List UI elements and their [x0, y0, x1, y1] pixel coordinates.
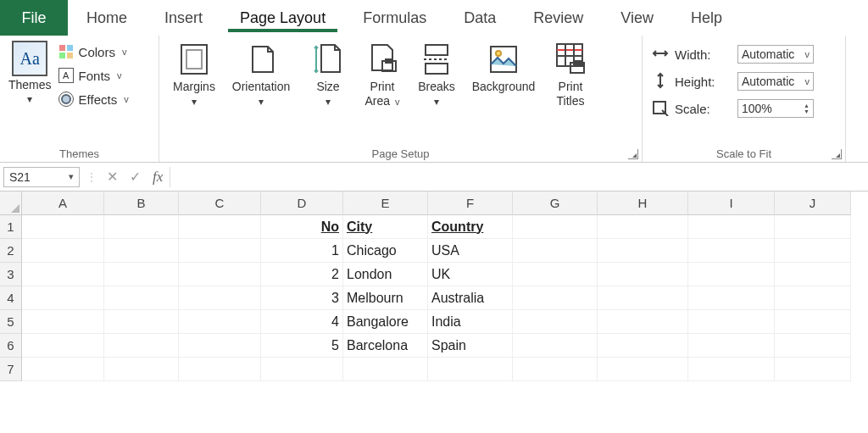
cell[interactable] [598, 239, 688, 263]
row-header[interactable]: 7 [0, 358, 22, 381]
col-header[interactable]: C [179, 192, 261, 215]
cell[interactable] [261, 358, 343, 381]
spinner-arrows-icon[interactable]: ▲▼ [804, 103, 810, 114]
scale-spinner[interactable]: 100% ▲▼ [737, 99, 814, 118]
cell[interactable]: 4 [261, 310, 343, 334]
cell[interactable] [775, 239, 851, 263]
tab-file[interactable]: File [0, 0, 68, 36]
row-header[interactable]: 5 [0, 310, 22, 334]
background-button[interactable]: Background [465, 41, 542, 108]
name-box[interactable]: S21 ▾ [3, 167, 80, 187]
cell[interactable] [179, 239, 261, 263]
col-header[interactable]: J [775, 192, 851, 215]
cell[interactable] [22, 215, 104, 239]
cell[interactable] [775, 286, 851, 310]
cell[interactable] [22, 286, 104, 310]
cell[interactable] [179, 358, 261, 381]
colors-button[interactable]: Colors v [58, 42, 129, 61]
orientation-button[interactable]: Orientation ▾ [222, 41, 300, 108]
row-header[interactable]: 6 [0, 334, 22, 358]
col-header[interactable]: G [513, 192, 598, 215]
cell[interactable] [513, 286, 598, 310]
tab-view[interactable]: View [602, 0, 672, 36]
cell[interactable]: Spain [428, 334, 513, 358]
cell[interactable] [22, 358, 104, 381]
cell[interactable] [513, 358, 598, 381]
col-header[interactable]: B [104, 192, 179, 215]
select-all-corner[interactable] [0, 192, 22, 215]
fonts-button[interactable]: A Fonts v [58, 66, 129, 85]
tab-help[interactable]: Help [672, 0, 741, 36]
cell[interactable]: Chicago [343, 239, 428, 263]
col-header[interactable]: H [598, 192, 688, 215]
cell[interactable] [688, 239, 775, 263]
cell[interactable] [104, 286, 179, 310]
cell[interactable] [179, 310, 261, 334]
cell[interactable] [179, 286, 261, 310]
formula-input[interactable] [170, 167, 868, 187]
row-header[interactable]: 3 [0, 263, 22, 286]
cell[interactable] [598, 334, 688, 358]
row-header[interactable]: 2 [0, 239, 22, 263]
col-header[interactable]: F [428, 192, 513, 215]
enter-icon[interactable]: ✓ [130, 169, 141, 185]
cell[interactable]: 3 [261, 286, 343, 310]
cell[interactable]: 1 [261, 239, 343, 263]
cell[interactable] [179, 215, 261, 239]
cell[interactable] [598, 286, 688, 310]
col-header[interactable]: A [22, 192, 104, 215]
cell[interactable]: UK [428, 263, 513, 286]
cell[interactable]: Country [428, 215, 513, 239]
cell[interactable]: Bangalore [343, 310, 428, 334]
cell[interactable] [598, 310, 688, 334]
cell[interactable]: London [343, 263, 428, 286]
cell[interactable] [179, 334, 261, 358]
cell[interactable] [22, 239, 104, 263]
cell[interactable] [775, 310, 851, 334]
width-dropdown[interactable]: Automaticv [737, 45, 814, 64]
cell[interactable] [598, 263, 688, 286]
cell[interactable] [513, 263, 598, 286]
cell[interactable] [775, 215, 851, 239]
cell[interactable] [104, 334, 179, 358]
cell[interactable] [104, 358, 179, 381]
cell[interactable]: City [343, 215, 428, 239]
cell[interactable] [513, 310, 598, 334]
cancel-icon[interactable]: ✕ [107, 169, 118, 185]
cell[interactable]: Melbourn [343, 286, 428, 310]
cell[interactable] [688, 286, 775, 310]
margins-button[interactable]: Margins ▾ [168, 41, 220, 108]
height-dropdown[interactable]: Automaticv [737, 72, 814, 91]
cell[interactable] [22, 334, 104, 358]
cell[interactable]: Australia [428, 286, 513, 310]
cell[interactable] [688, 310, 775, 334]
cell[interactable]: 5 [261, 334, 343, 358]
cell[interactable] [688, 358, 775, 381]
col-header[interactable]: D [261, 192, 343, 215]
cell[interactable] [343, 358, 428, 381]
cell[interactable] [513, 215, 598, 239]
row-header[interactable]: 4 [0, 286, 22, 310]
cell[interactable] [598, 358, 688, 381]
tab-data[interactable]: Data [445, 0, 515, 36]
col-header[interactable]: I [688, 192, 775, 215]
print-area-button[interactable]: PrintArea v [356, 41, 409, 108]
cell[interactable] [775, 358, 851, 381]
cell[interactable] [104, 239, 179, 263]
cell[interactable] [775, 263, 851, 286]
row-header[interactable]: 1 [0, 215, 22, 239]
cell[interactable] [688, 263, 775, 286]
size-button[interactable]: Size ▾ [302, 41, 354, 108]
tab-home[interactable]: Home [68, 0, 146, 36]
tab-insert[interactable]: Insert [146, 0, 221, 36]
tab-review[interactable]: Review [515, 0, 602, 36]
cell[interactable] [513, 334, 598, 358]
tab-formulas[interactable]: Formulas [344, 0, 445, 36]
cell[interactable] [513, 239, 598, 263]
tab-page-layout[interactable]: Page Layout [221, 0, 344, 36]
dialog-launcher-icon[interactable] [832, 149, 842, 159]
print-titles-button[interactable]: PrintTitles [544, 41, 597, 108]
cell[interactable]: Barcelona [343, 334, 428, 358]
cell[interactable] [775, 334, 851, 358]
fx-icon[interactable]: fx [153, 169, 163, 186]
